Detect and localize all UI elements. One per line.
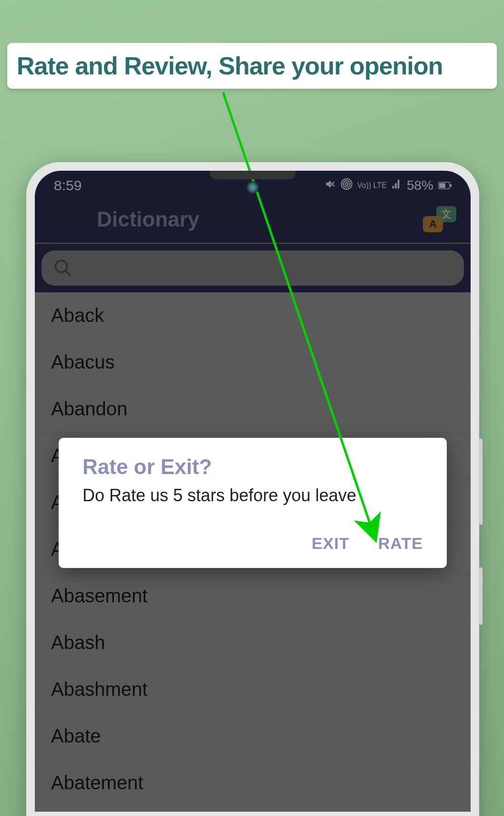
power-button <box>479 568 483 625</box>
phone-screen: 8:59 Vo)) LTE 58% Dictionary 文 A <box>35 171 471 812</box>
dialog-message: Do Rate us 5 stars before you leave <box>82 485 423 506</box>
rate-button[interactable]: RATE <box>378 534 423 553</box>
rate-dialog: Rate or Exit? Do Rate us 5 stars before … <box>59 438 447 568</box>
annotation-banner: Rate and Review, Share your openion <box>7 43 497 89</box>
exit-button[interactable]: EXIT <box>311 534 350 553</box>
phone-camera <box>247 181 259 194</box>
volume-button <box>479 439 483 525</box>
dialog-actions: EXIT RATE <box>82 534 423 553</box>
phone-frame: 8:59 Vo)) LTE 58% Dictionary 文 A <box>26 162 479 816</box>
annotation-text: Rate and Review, Share your openion <box>17 52 487 80</box>
dialog-title: Rate or Exit? <box>82 455 423 479</box>
phone-notch <box>210 171 296 179</box>
